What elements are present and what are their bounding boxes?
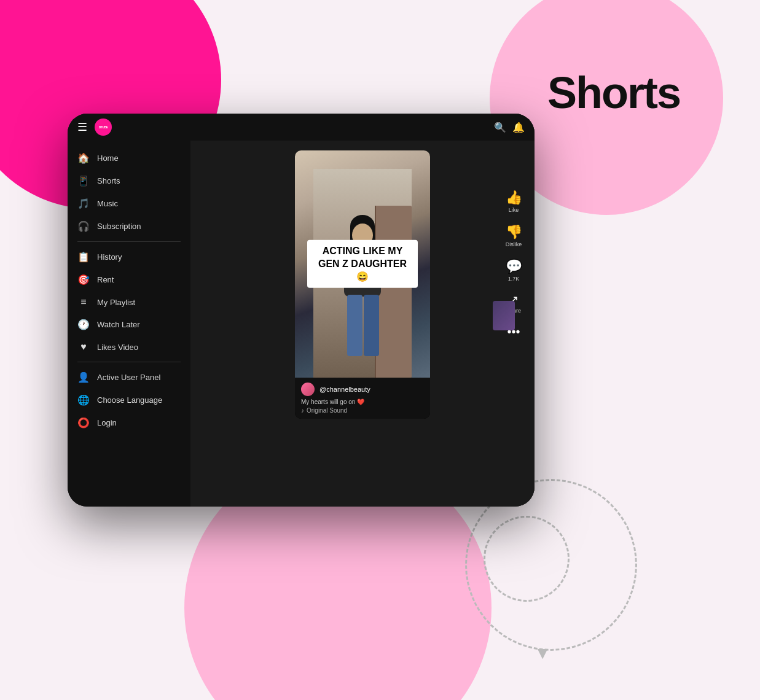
topbar-right: 🔍 🔔	[494, 122, 525, 133]
video-channel: @channelbeauty	[301, 383, 424, 396]
comment-count: 1.7K	[508, 276, 520, 282]
language-icon: 🌐	[77, 394, 90, 406]
next-video-thumbnail[interactable]	[493, 301, 515, 330]
music-icon: 🎵	[77, 198, 90, 209]
subscription-icon: 🎧	[77, 220, 90, 232]
home-icon: 🏠	[77, 152, 90, 164]
sidebar-item-my-playlist[interactable]: ≡ My Playlist	[68, 291, 190, 313]
likes-icon: ♥	[77, 341, 90, 352]
like-button[interactable]: 👍 Like	[506, 190, 522, 213]
channel-name: @channelbeauty	[319, 386, 370, 393]
notification-icon[interactable]: 🔔	[512, 122, 525, 133]
comment-button[interactable]: 💬 1.7K	[506, 259, 522, 282]
topbar-left: ☰ DTUBE	[77, 119, 112, 136]
sidebar-item-choose-language[interactable]: 🌐 Choose Language	[68, 389, 190, 411]
dislike-icon: 👎	[506, 224, 522, 240]
sidebar-item-music[interactable]: 🎵 Music	[68, 192, 190, 215]
sidebar-item-rent[interactable]: 🎯 Rent	[68, 268, 190, 291]
dashed-circle-small	[484, 516, 570, 602]
tablet-device: ☰ DTUBE 🔍 🔔 🏠 Home 📱 Shorts 🎵 Music	[68, 114, 535, 507]
user-panel-icon: 👤	[77, 371, 90, 383]
sidebar-item-history[interactable]: 📋 History	[68, 246, 190, 268]
dislike-button[interactable]: 👎 Dislike	[506, 224, 522, 247]
history-icon: 📋	[77, 251, 90, 263]
sidebar-item-watch-later[interactable]: 🕐 Watch Later	[68, 313, 190, 336]
dislike-label: Dislike	[506, 241, 522, 247]
sidebar-item-subscription[interactable]: 🎧 Subscription	[68, 215, 190, 238]
video-thumbnail: NiJi ACTING LIKE MY GEN Z DAUGHTER 😄	[295, 150, 430, 378]
logo: DTUBE	[95, 119, 112, 136]
like-icon: 👍	[506, 190, 522, 206]
sidebar-item-active-user-panel[interactable]: 👤 Active User Panel	[68, 366, 190, 389]
arrow-icon: ▼	[534, 644, 551, 663]
shorts-heading: Shorts	[547, 68, 680, 118]
channel-avatar	[301, 383, 315, 396]
thumbnail-strip	[493, 301, 515, 330]
action-buttons: 👍 Like 👎 Dislike 💬 1.7K ↗ Share •••	[503, 190, 525, 379]
login-icon: ⭕	[77, 417, 90, 429]
video-card[interactable]: NiJi ACTING LIKE MY GEN Z DAUGHTER 😄 @ch…	[295, 150, 430, 419]
comment-icon: 💬	[506, 259, 522, 274]
sidebar-divider-1	[77, 241, 181, 242]
sidebar-item-home[interactable]: 🏠 Home	[68, 147, 190, 169]
video-description: My hearts will go on ❤️	[301, 399, 424, 405]
like-label: Like	[509, 207, 519, 213]
music-note-icon: ♪	[301, 407, 304, 414]
search-icon[interactable]: 🔍	[494, 122, 506, 133]
hamburger-icon[interactable]: ☰	[77, 120, 87, 134]
main-content: NiJi ACTING LIKE MY GEN Z DAUGHTER 😄 @ch…	[190, 141, 535, 507]
video-overlay-text: ACTING LIKE MY GEN Z DAUGHTER 😄	[307, 240, 418, 288]
svg-rect-12	[364, 295, 379, 356]
sidebar-item-likes-video[interactable]: ♥ Likes Video	[68, 336, 190, 358]
svg-rect-11	[347, 295, 362, 356]
tablet-topbar: ☰ DTUBE 🔍 🔔	[68, 114, 535, 141]
video-sound: ♪ Original Sound	[301, 407, 424, 414]
tablet-body: 🏠 Home 📱 Shorts 🎵 Music 🎧 Subscription 📋…	[68, 141, 535, 507]
shorts-icon: 📱	[77, 175, 90, 187]
sidebar-item-login[interactable]: ⭕ Login	[68, 411, 190, 434]
sidebar: 🏠 Home 📱 Shorts 🎵 Music 🎧 Subscription 📋…	[68, 141, 190, 507]
sidebar-item-shorts[interactable]: 📱 Shorts	[68, 169, 190, 192]
video-info: @channelbeauty My hearts will go on ❤️ ♪…	[295, 378, 430, 419]
playlist-icon: ≡	[77, 297, 90, 308]
sidebar-divider-2	[77, 362, 181, 362]
rent-icon: 🎯	[77, 274, 90, 286]
watch-later-icon: 🕐	[77, 319, 90, 330]
